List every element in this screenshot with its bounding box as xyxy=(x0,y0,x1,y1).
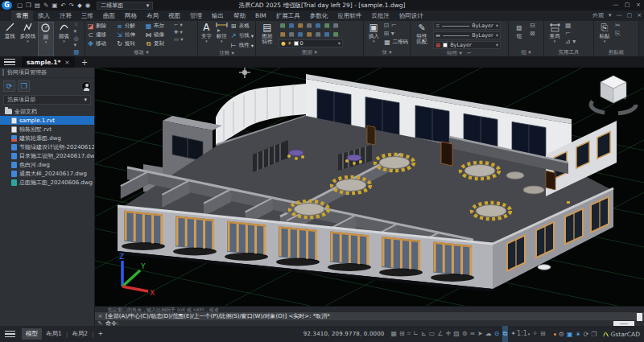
layout2-tab[interactable]: 布局2 xyxy=(68,328,92,340)
calculator-icon[interactable]: ▦ xyxy=(565,22,576,29)
point-icon[interactable]: ⁙ ▾ xyxy=(74,22,83,35)
color-dropdown[interactable]: ▦ByLayer▾ xyxy=(433,41,501,49)
quick-select-icon[interactable]: ⊿ ▾ xyxy=(565,38,576,45)
tab-apps[interactable]: 应用软件 xyxy=(332,10,366,21)
selection-cycling-icon[interactable]: ➤ xyxy=(477,326,483,342)
leader-button[interactable]: ↗引线 ▾ xyxy=(230,31,254,40)
workspace-dropdown[interactable]: 二维草图 ▾ xyxy=(97,2,153,10)
ortho-icon[interactable]: ∟ xyxy=(413,326,419,342)
sync-button[interactable]: ⟳ xyxy=(3,80,15,92)
linear-button[interactable]: ⊢线性 ▾ xyxy=(230,41,254,50)
save-icon[interactable]: ▤ xyxy=(35,0,40,10)
open-file-icon[interactable]: ❒ xyxy=(26,0,31,10)
tab-express-tools[interactable]: 扩展工具 xyxy=(271,10,305,21)
panel-modify-label[interactable]: 修改 ▾ xyxy=(87,49,196,56)
tree-item[interactable]: sample.1.rvt xyxy=(0,116,94,125)
tree-item[interactable]: 节能绿建设计说明-20240612.d xyxy=(0,142,94,151)
restore-button[interactable]: ▢ xyxy=(621,0,633,10)
layer-dropdown[interactable]: ● ☀ 0 ▾ xyxy=(279,39,343,47)
polar-tracking-icon[interactable]: ⊾ xyxy=(421,326,427,342)
donut-icon[interactable]: ◎ ▾ xyxy=(74,35,83,48)
tab-surface[interactable]: 曲面 xyxy=(98,10,120,21)
new-doc-tab-button[interactable]: + xyxy=(81,58,88,67)
dimension-button[interactable]: 标注▾ xyxy=(215,22,229,50)
new-file-icon[interactable]: ▢ xyxy=(17,0,23,10)
tab-home[interactable]: 常用 xyxy=(11,10,33,21)
doc-tab-close-icon[interactable]: × xyxy=(64,59,69,66)
qrcode-button[interactable]: ▦二维码 xyxy=(384,38,409,47)
snap-icon[interactable]: ⊞ xyxy=(399,326,405,342)
panel-block-label[interactable]: 块 ▾ xyxy=(365,49,408,56)
tab-3d[interactable]: 三维 xyxy=(76,10,98,21)
group-button[interactable]: ⧈ 组 xyxy=(510,22,528,49)
tree-item[interactable]: 独栋别墅.rvt xyxy=(0,125,94,134)
layer-properties-button[interactable]: ▤ 图层 特性 xyxy=(258,22,277,49)
group-edit-icon[interactable]: ⊠ xyxy=(530,30,535,37)
appearance-dropdown[interactable]: 外观 xyxy=(590,10,606,21)
osnap-icon[interactable]: ∠ xyxy=(437,326,443,342)
tab-help[interactable]: 帮助 xyxy=(229,10,250,21)
snap-mode-icon[interactable]: ⌗ xyxy=(407,326,411,342)
panel-utilities-label[interactable]: 实用工具 xyxy=(546,49,592,56)
workspace-switching-icon[interactable]: ⧉ xyxy=(502,326,509,342)
command-cancel-icon[interactable]: × xyxy=(95,313,105,319)
panel-layer-label[interactable]: 图层 ▾ xyxy=(258,49,361,56)
new-layout-button[interactable]: + xyxy=(94,328,107,340)
lineweight-icon[interactable]: ≡ xyxy=(469,326,475,342)
lineweight-dropdown[interactable]: ▬ByLayer▾ xyxy=(433,31,501,39)
tree-item[interactable]: 总图施工图_20240606.dwg xyxy=(0,178,94,187)
move-button[interactable]: ✥移动 xyxy=(87,39,114,48)
zoom-icon[interactable]: ⊙ xyxy=(494,326,500,342)
mirror-button[interactable]: ⋈镜像 xyxy=(145,31,172,39)
tree-root[interactable]: 全部文档 xyxy=(0,107,94,116)
copy-button[interactable]: ⧉复制 xyxy=(145,39,172,48)
layer-tools[interactable]: ▤▤▤▤▤▤▤ ▤▤▤▤▤▤▤ xyxy=(279,22,343,39)
status-menu-icon[interactable] xyxy=(5,331,15,338)
command-scrollbar[interactable] xyxy=(637,313,642,321)
tree-item[interactable]: 色白河.dwg xyxy=(0,160,94,169)
document-tab[interactable]: sample.1* × xyxy=(22,56,75,68)
grid-icon[interactable]: ▦ xyxy=(391,326,398,342)
insert-block-button[interactable]: ▣ 插入▾ xyxy=(365,22,382,49)
settings-gear-icon[interactable]: ⚙ xyxy=(559,331,564,338)
tab-insert[interactable]: 插入 xyxy=(33,10,55,21)
project-dropdown[interactable]: 浩辰项目部 ▾ xyxy=(3,95,91,105)
close-button[interactable]: × xyxy=(633,0,644,10)
tab-annotate[interactable]: 注释 xyxy=(55,10,76,21)
new-doc-button[interactable]: ❒ xyxy=(18,80,30,92)
auto-annotation-icon[interactable]: ✧ xyxy=(532,326,538,342)
explode-button[interactable]: ⧈分解 xyxy=(116,22,143,31)
tree-item[interactable]: 建筑轮廓图.dwg xyxy=(0,134,94,142)
match-properties-button[interactable]: ✎ 特性 匹配 xyxy=(412,22,431,50)
tab-cloud-markup[interactable]: 云批注 xyxy=(366,10,394,21)
app-logo-icon[interactable]: G xyxy=(2,1,12,10)
save-as-icon[interactable]: ✎ xyxy=(43,0,48,10)
scale-icon[interactable]: ▭ ▾ xyxy=(174,36,183,43)
panel-group-label[interactable]: 组 ▾ xyxy=(510,49,542,56)
user-avatar[interactable] xyxy=(81,81,91,91)
tab-collaboration[interactable]: 协同设计 xyxy=(394,10,428,21)
offset-button[interactable]: ⊂偏移 xyxy=(87,31,114,39)
tab-mesh[interactable]: 网格 xyxy=(120,10,142,21)
cut-icon[interactable]: ✂ xyxy=(615,22,621,29)
annotation-visibility-icon[interactable]: ⊞ xyxy=(540,326,546,342)
rotate-button[interactable]: ↻旋转 xyxy=(116,39,143,48)
drawing-viewport[interactable]: Z Y X xyxy=(95,68,644,306)
stretch-button[interactable]: ⇲拉伸 xyxy=(116,31,143,39)
tab-output[interactable]: 输出 xyxy=(207,10,229,21)
cube-icon[interactable]: ◆ xyxy=(77,0,82,10)
annotation-monitor-icon[interactable]: ☁ xyxy=(485,326,492,342)
tab-parametric[interactable]: 参数化 xyxy=(305,10,333,21)
minimize-button[interactable]: — xyxy=(610,0,621,10)
text-button[interactable]: A 文字▾ xyxy=(200,22,213,50)
print-icon[interactable]: ▣ xyxy=(52,0,57,10)
erase-button[interactable]: ◪删除 xyxy=(87,22,114,31)
panel-clipboard-label[interactable]: 剪贴板 xyxy=(596,49,637,56)
dynamic-input-icon[interactable]: ▭ xyxy=(429,326,436,342)
tree-item[interactable]: 通用大样_20240617.dwg xyxy=(0,169,94,178)
create-block-icon[interactable]: ⊡ ⌐ xyxy=(384,22,409,29)
transparency-icon[interactable]: ▨ xyxy=(453,326,460,342)
redo-icon[interactable]: ↷ xyxy=(69,0,74,10)
doc-menu-icon[interactable] xyxy=(4,59,15,66)
tab-view[interactable]: 视图 xyxy=(163,10,185,21)
